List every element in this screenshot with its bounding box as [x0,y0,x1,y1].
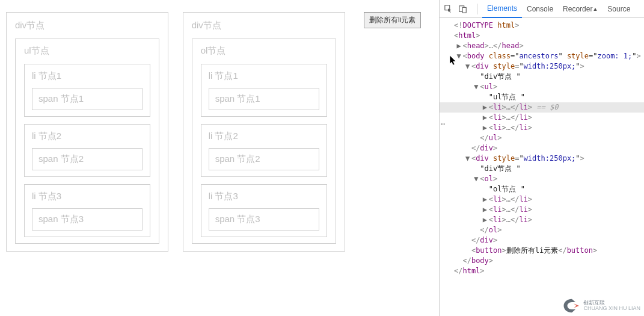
toolbar-divider [477,4,477,14]
span-label: span 节点1 [209,88,319,110]
span-label: span 节点2 [32,148,143,170]
dom-row[interactable]: ▶<li>…</li> [440,194,644,205]
dom-row[interactable]: "div节点 " [440,72,644,82]
list-item: li 节点3 span 节点3 [24,184,150,237]
dom-row[interactable]: ▶<li>…</li> [440,215,644,225]
tab-sources[interactable]: Source [603,0,635,18]
list-label: ol节点 [201,45,327,57]
dom-row[interactable]: ▼<body class="ancestors" style="zoom: 1;… [440,51,644,61]
delete-all-li-button[interactable]: 删除所有li元素 [364,12,421,28]
list-item: li 节点3 span 节点3 [201,184,327,237]
dom-row[interactable]: "ul节点 " [440,92,644,102]
dom-row[interactable]: </html> [440,266,644,276]
span-label: span 节点3 [32,208,143,231]
rendered-page: div节点 ul节点 li 节点1 span 节点1 li 节点2 span 节… [0,0,439,316]
svg-marker-3 [574,303,579,308]
dom-row[interactable]: ▼<ol> [440,174,644,184]
li-label: li 节点3 [209,191,319,202]
dom-row[interactable]: <button>删除所有li元素</button> [440,246,644,256]
devtools-toolbar: Elements Console Recorder ▲ Source [440,0,644,18]
li-label: li 节点1 [209,70,319,82]
dom-row[interactable]: ▼<div style="width:250px;"> [440,153,644,164]
dom-row[interactable]: </ol> [440,225,644,235]
list-item: li 节点1 span 节点1 [24,64,150,117]
row-actions-icon[interactable]: ⋯ [441,119,445,129]
span-label: span 节点3 [209,208,319,231]
dom-row[interactable]: "ol节点 " [440,184,644,194]
logo-icon [563,298,581,314]
dom-row[interactable]: ▶<li>…</li> [440,123,644,133]
dom-row[interactable]: </div> [440,143,644,153]
recorder-badge-icon: ▲ [592,6,598,12]
svg-rect-2 [462,7,466,13]
inspect-icon[interactable] [443,4,454,14]
dom-row[interactable]: </body> [440,256,644,266]
li-label: li 节点3 [32,191,143,202]
dom-row[interactable]: <!DOCTYPE html> [440,20,644,31]
dom-tree[interactable]: ⋯ <!DOCTYPE html> <html> ▶<head>…</head>… [440,18,644,279]
li-label: li 节点1 [32,70,143,82]
dom-row[interactable]: ▶<head>…</head> [440,41,644,51]
dom-row[interactable]: ▶<li>…</li> [440,113,644,123]
dom-row[interactable]: <html> [440,31,644,41]
list-item: li 节点1 span 节点1 [201,64,327,117]
watermark-logo: 创新互联 CHUANG XIN HU LIAN [563,298,640,314]
li-label: li 节点2 [209,131,319,142]
tab-recorder[interactable]: Recorder ▲ [558,0,603,18]
div-box-1: div节点 ul节点 li 节点1 span 节点1 li 节点2 span 节… [6,12,168,252]
dom-row[interactable]: </div> [440,235,644,246]
dom-row[interactable]: ▶<li>…</li> [440,205,644,215]
list-label: ul节点 [24,45,150,57]
list-item: li 节点2 span 节点2 [201,124,327,177]
div-label: div节点 [15,20,159,31]
ol-box: ol节点 li 节点1 span 节点1 li 节点2 span 节点2 li … [192,39,336,244]
dom-row[interactable]: ▶<li>…</li> == $0 [440,102,644,113]
dom-row[interactable]: ▼<ul> [440,82,644,92]
li-label: li 节点2 [32,131,143,142]
tab-elements[interactable]: Elements [482,0,522,18]
watermark-line2: CHUANG XIN HU LIAN [583,305,640,311]
dom-row[interactable]: ▼<div style="width:250px;"> [440,61,644,72]
devtools-panel: Elements Console Recorder ▲ Source ⋯ <!D… [439,0,644,316]
span-label: span 节点1 [32,88,143,110]
div-label: div节点 [192,20,336,31]
div-box-2: div节点 ol节点 li 节点1 span 节点1 li 节点2 span 节… [183,12,345,252]
span-label: span 节点2 [209,148,319,170]
device-toggle-icon[interactable] [458,4,468,14]
ul-box: ul节点 li 节点1 span 节点1 li 节点2 span 节点2 li … [15,39,159,244]
tab-console[interactable]: Console [522,0,558,18]
list-item: li 节点2 span 节点2 [24,124,150,177]
dom-row[interactable]: "div节点 " [440,164,644,174]
dom-row[interactable]: </ul> [440,133,644,143]
